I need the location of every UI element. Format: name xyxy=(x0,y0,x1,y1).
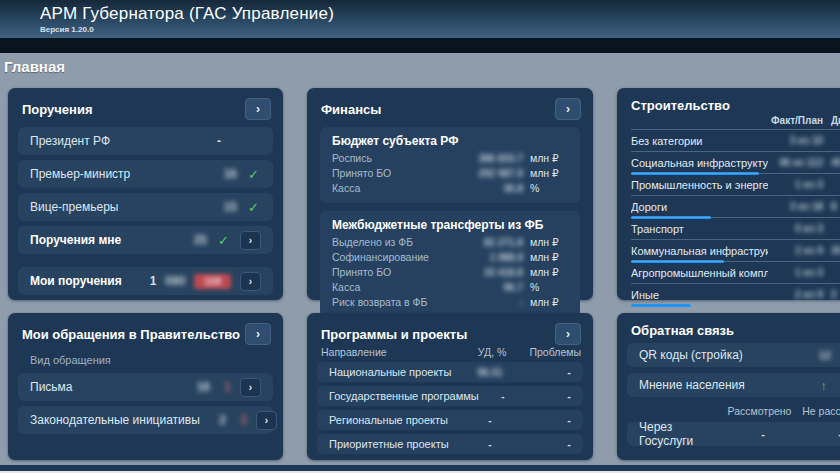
appeals-row-label: Письма xyxy=(30,380,73,394)
programs-row[interactable]: Государственные программы-- xyxy=(317,386,583,406)
feedback-row-gosuslugi[interactable]: Через Госуслуги - - xyxy=(627,422,840,446)
card-finance-title: Финансы xyxy=(321,102,381,117)
construction-row[interactable]: Дороги3 из 188 xyxy=(631,195,840,217)
second-column-value-masked: 30 xyxy=(831,245,840,256)
appeals-row[interactable]: Законодательные инициативы23› xyxy=(18,406,273,434)
finance-row-unit: млн ₽ xyxy=(530,295,568,310)
construction-row[interactable]: Агропромышленный комплекс1 из 3 xyxy=(631,261,840,283)
card-feedback-title: Обратная связь xyxy=(631,323,734,338)
fact-plan-value-masked: 1 из 3 xyxy=(768,267,823,278)
public-opinion-label: Мнение населения xyxy=(639,378,745,392)
construction-row[interactable]: Транспорт0 из 3 xyxy=(631,217,840,239)
app-header: АРМ Губернатора (ГАС Управление) Версия … xyxy=(0,0,840,38)
finance-row-unit: % xyxy=(530,181,568,196)
construction-row-label: Социальная инфраструктура xyxy=(631,157,768,169)
row-open-button[interactable]: › xyxy=(240,272,261,291)
appeals-row[interactable]: Письма161› xyxy=(18,373,273,401)
construction-row[interactable]: Промышленность и энергетика1 из 3 xyxy=(631,173,840,195)
appeals-alert-masked: 3 xyxy=(235,413,247,427)
programs-row-label: Государственные программы xyxy=(329,390,479,402)
finance-row-label: Выделено из ФБ xyxy=(332,235,484,250)
my-instructions-row[interactable]: Мои поручения1080158› xyxy=(18,267,273,295)
programs-row-label: Национальные проекты xyxy=(329,366,461,378)
construction-column-headers: Факт/План Динамика xyxy=(631,115,840,129)
card-feedback: Обратная связь QR коды (стройка) 12 Мнен… xyxy=(617,313,840,460)
finance-row: Касса36.8% xyxy=(332,181,568,196)
finance-row-value-masked: - xyxy=(520,295,523,310)
construction-row[interactable]: Иные2 из 92 xyxy=(631,283,840,305)
row-open-button[interactable]: › xyxy=(240,378,261,397)
card-programs: Программы и проекты › Направление УД, % … xyxy=(307,313,593,460)
instructions-row[interactable]: Премьер-министр16✓ xyxy=(18,160,273,188)
column-ud-percent: УД, % xyxy=(461,346,523,358)
fact-plan-value-masked: 0 из 3 xyxy=(768,223,823,234)
progress-bar xyxy=(631,304,691,307)
construction-row[interactable]: Социальная инфраструктура46 из 11245 xyxy=(631,151,840,173)
finance-row: Касса96.7% xyxy=(332,280,568,295)
construction-row[interactable]: Коммунальная инфраструктура2 из 930 xyxy=(631,239,840,261)
feedback-row-opinion[interactable]: Мнение населения ↑ xyxy=(627,373,840,397)
card-instructions-title: Поручения xyxy=(22,102,93,117)
programs-row[interactable]: Региональные проекты-- xyxy=(317,410,583,430)
finance-row: Роспись386 833.7млн ₽ xyxy=(332,151,568,166)
row-open-button[interactable]: › xyxy=(256,411,277,430)
column-direction: Направление xyxy=(321,346,461,358)
my-instructions-value: 1080 xyxy=(130,274,185,288)
page-title: Главная xyxy=(4,58,65,75)
check-icon: ✓ xyxy=(246,200,261,215)
appeals-count-masked: 16 xyxy=(184,380,210,394)
instructions-row[interactable]: Президент РФ- xyxy=(18,127,273,155)
programs-open-button[interactable]: › xyxy=(555,323,581,345)
instructions-row-label: Поручения мне xyxy=(30,233,121,247)
card-construction: Строительство Факт/План Динамика Без кат… xyxy=(617,88,840,300)
row-open-button[interactable]: › xyxy=(240,231,261,250)
finance-section: Межбюджетные трансферты из ФБВыделено из… xyxy=(320,211,580,317)
instructions-row[interactable]: Поручения мне25✓› xyxy=(18,226,273,254)
programs-row[interactable]: Приоритетные проекты-- xyxy=(317,434,583,454)
construction-row[interactable]: Без категории3 из 10 xyxy=(631,129,840,151)
finance-row-unit: млн ₽ xyxy=(530,235,568,250)
programs-column-headers: Направление УД, % Проблемы xyxy=(307,346,593,362)
feedback-row-qr[interactable]: QR коды (стройка) 12 xyxy=(627,343,840,367)
fact-plan-value-masked: 3 из 18 xyxy=(768,201,823,212)
finance-open-button[interactable]: › xyxy=(555,98,581,120)
alert-badge-masked: 158 xyxy=(194,274,231,289)
column-not-reviewed: Не рассмотрено xyxy=(797,405,840,417)
fact-plan-value-masked: 2 из 9 xyxy=(768,289,823,300)
instructions-row[interactable]: Вице-премьеры15✓ xyxy=(18,193,273,221)
ud-percent-value: 96.01 xyxy=(461,367,519,378)
finance-row-value-masked: 292 987.9 xyxy=(479,166,524,181)
appeals-open-button[interactable]: › xyxy=(245,323,271,345)
instructions-open-button[interactable]: › xyxy=(245,98,271,120)
finance-row-label: Роспись xyxy=(332,151,479,166)
column-fact-plan: Факт/План xyxy=(768,115,823,126)
second-column-value-masked: 2 xyxy=(831,289,840,300)
finance-row: Риск возврата в ФБ-млн ₽ xyxy=(332,295,568,310)
qr-codes-value-masked: 12 xyxy=(819,349,831,361)
finance-row-label: Принято БО xyxy=(332,166,479,181)
finance-row-label: Касса xyxy=(332,181,504,196)
ud-percent-value: - xyxy=(461,439,519,450)
problems-value: - xyxy=(519,438,571,450)
finance-row-unit: млн ₽ xyxy=(530,250,568,265)
value-prefix: 1 xyxy=(130,274,156,288)
my-instructions-label: Мои поручения xyxy=(30,274,122,288)
column-second: Динамика xyxy=(831,115,840,126)
programs-row-label: Приоритетные проекты xyxy=(329,438,461,450)
appeals-alert-masked: 1 xyxy=(219,380,231,394)
card-appeals: Мои обращения в Правительство › Вид обра… xyxy=(8,313,283,460)
finance-row-unit: млн ₽ xyxy=(530,151,568,166)
instructions-row-label: Премьер-министр xyxy=(30,167,130,181)
construction-row-label: Агропромышленный комплекс xyxy=(631,267,768,279)
check-icon: ✓ xyxy=(216,233,231,248)
programs-row[interactable]: Национальные проекты96.01- xyxy=(317,362,583,382)
gosuslugi-not-reviewed-value: - xyxy=(797,428,840,440)
ud-percent-value: - xyxy=(461,415,519,426)
finance-section-title: Межбюджетные трансферты из ФБ xyxy=(332,218,568,232)
column-problems: Проблемы xyxy=(523,346,581,358)
finance-row-unit: млн ₽ xyxy=(530,166,568,181)
gosuslugi-reviewed-value: - xyxy=(729,428,797,440)
finance-row-label: Принято БО xyxy=(332,265,484,280)
card-finance: Финансы › Бюджет субъекта РФРоспись386 8… xyxy=(307,88,593,300)
card-programs-title: Программы и проекты xyxy=(321,327,467,342)
